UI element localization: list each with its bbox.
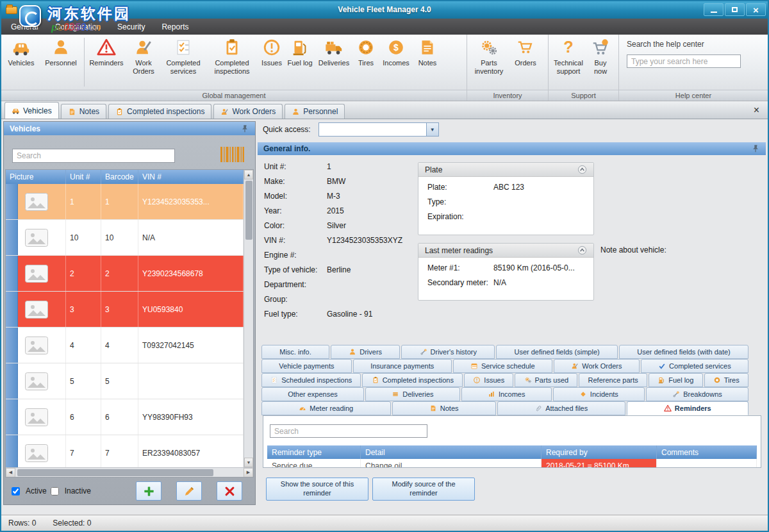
menu-security[interactable]: Security [109, 19, 153, 35]
delete-vehicle-button[interactable] [217, 481, 242, 501]
ribbon-item-work-orders[interactable]: Work Orders [126, 35, 161, 77]
tab-parts-used[interactable]: Parts used [515, 373, 577, 387]
modify-reminder-source-button[interactable]: Modify source of the reminder [372, 478, 475, 501]
add-vehicle-button[interactable] [136, 481, 161, 501]
table-row[interactable]: 6 6 YY98390FH93 [6, 399, 244, 435]
row-selector[interactable] [6, 292, 18, 327]
ribbon-item-completed-inspections[interactable]: Completed inspections [206, 35, 258, 77]
ribbon-item-tires[interactable]: Tires [353, 35, 379, 69]
tab-service-schedule[interactable]: Service schedule [453, 359, 552, 373]
ribbon-item-completed-services[interactable]: Completed services [161, 35, 206, 77]
row-selector[interactable] [6, 220, 18, 255]
horizontal-scrollbar[interactable]: ◀ ▶ [6, 467, 253, 477]
ribbon-item-technical-support[interactable]: Technical support [550, 35, 587, 77]
tab-tires[interactable]: Tires [704, 373, 748, 387]
table-row[interactable]: 4 4 T09327042145 [6, 328, 244, 363]
menu-general[interactable]: General [3, 19, 47, 35]
tab-user-defined-date[interactable]: User defined fields (with date) [619, 345, 748, 359]
tab-drivers-history[interactable]: Driver's history [401, 345, 495, 359]
tab-fuel-log[interactable]: Fuel log [649, 373, 703, 387]
table-row[interactable]: 1 1 Y1234523035353... [6, 184, 244, 220]
collapse-icon[interactable] [577, 165, 587, 174]
inactive-checkbox[interactable] [51, 487, 59, 495]
ribbon-item-parts-inventory[interactable]: Parts inventory [468, 35, 509, 77]
collapse-icon[interactable] [577, 245, 587, 255]
column-header-barcode[interactable]: Barcode [101, 170, 138, 184]
barcode-icon[interactable] [219, 145, 245, 164]
row-selector[interactable] [6, 435, 18, 467]
column-header-reminder-type[interactable]: Reminder type [267, 445, 361, 459]
pin-icon[interactable] [240, 124, 249, 133]
row-selector[interactable] [6, 363, 18, 399]
ribbon-item-reminders[interactable]: Reminders [87, 35, 126, 69]
tab-reminders[interactable]: Reminders [627, 401, 748, 415]
ribbon-item-notes[interactable]: Notes [413, 35, 442, 69]
tab-incomes[interactable]: Incomes [461, 387, 552, 401]
reminders-search-input[interactable] [270, 424, 427, 438]
tab-reference-parts[interactable]: Reference parts [579, 373, 647, 387]
tab-completed-services[interactable]: Completed services [641, 359, 748, 373]
tab-notes[interactable]: Notes [392, 401, 496, 415]
table-row[interactable]: 3 3 YU0593840 [6, 292, 244, 328]
tab-incidents[interactable]: Incidents [553, 387, 645, 401]
ribbon-item-personnel[interactable]: Personnel [40, 35, 82, 69]
tab-vehicle-payments[interactable]: Vehicle payments [261, 359, 352, 373]
scrollbar-thumb[interactable] [17, 469, 213, 476]
column-header-comments[interactable]: Comments [657, 445, 757, 459]
scroll-down-arrow[interactable]: ▼ [244, 458, 253, 467]
tab-issues[interactable]: Issues [464, 373, 513, 387]
tab-insurance-payments[interactable]: Insurance payments [353, 359, 452, 373]
tab-other-expenses[interactable]: Other expenses [261, 387, 364, 401]
vehicles-search-input[interactable] [12, 149, 175, 163]
column-header-detail[interactable]: Detail [361, 445, 542, 459]
tab-work-orders[interactable]: Work Orders [554, 359, 640, 373]
table-row[interactable]: 5 5 [6, 363, 244, 399]
table-row[interactable]: 10 10 N/A [6, 220, 244, 256]
row-selector[interactable] [6, 328, 18, 363]
tab-user-defined-simple[interactable]: User defined fields (simple) [496, 345, 618, 359]
pin-icon[interactable] [751, 144, 760, 153]
row-selector[interactable] [6, 184, 18, 219]
maximize-button[interactable] [725, 3, 745, 16]
help-search-input[interactable] [627, 54, 741, 68]
tab-vehicles[interactable]: Vehicles [4, 102, 59, 119]
tab-deliveries[interactable]: Deliveries [365, 387, 460, 401]
tab-completed-inspections[interactable]: Completed inspections [362, 373, 463, 387]
tab-breakdowns[interactable]: Breakdowns [646, 387, 748, 401]
tab-meter-reading[interactable]: Meter reading [261, 401, 391, 415]
menu-configuration[interactable]: Configuration [47, 19, 109, 35]
scroll-up-arrow[interactable]: ▲ [244, 170, 253, 179]
scrollbar-thumb[interactable] [245, 181, 252, 240]
tab-scheduled-inspections[interactable]: Scheduled inspections [261, 373, 361, 387]
table-row[interactable]: 7 7 ER23394083057 [6, 435, 244, 467]
edit-vehicle-button[interactable] [176, 481, 202, 501]
ribbon-item-incomes[interactable]: Incomes [379, 35, 413, 69]
tab-close-button[interactable]: × [748, 104, 765, 116]
chevron-down-icon[interactable]: ▼ [426, 123, 438, 136]
ribbon-item-deliveries[interactable]: Deliveries [315, 35, 353, 69]
tab-attached-files[interactable]: Attached files [497, 401, 625, 415]
ribbon-item-buy-now[interactable]: Buy now [587, 35, 614, 77]
column-header-vin[interactable]: VIN # [138, 170, 244, 184]
show-reminder-source-button[interactable]: Show the source of this reminder [266, 478, 368, 501]
minimize-button[interactable] [704, 3, 724, 16]
column-header-picture[interactable]: Picture [6, 170, 66, 184]
ribbon-item-fuel-log[interactable]: Fuel log [285, 35, 315, 69]
column-header-required-by[interactable]: Required by [542, 445, 657, 459]
quick-access-dropdown[interactable]: ▼ [318, 122, 439, 137]
scroll-left-arrow[interactable]: ◀ [6, 468, 15, 478]
row-selector[interactable] [6, 399, 18, 435]
close-button[interactable]: × [746, 3, 766, 16]
tab-work-orders[interactable]: Work Orders [213, 104, 283, 119]
ribbon-item-orders[interactable]: Orders [509, 35, 542, 69]
column-header-unit[interactable]: Unit # [66, 170, 101, 184]
tab-personnel[interactable]: Personnel [285, 104, 345, 119]
tab-drivers[interactable]: Drivers [331, 345, 400, 359]
ribbon-item-issues[interactable]: Issues [258, 35, 285, 69]
tab-misc-info[interactable]: Misc. info. [261, 345, 329, 359]
row-selector[interactable] [6, 256, 18, 291]
tab-notes[interactable]: Notes [61, 104, 106, 119]
ribbon-item-vehicles[interactable]: Vehicles [3, 35, 40, 69]
reminder-row[interactable]: Service due Change oil 2018-05-21 = 8510… [267, 459, 757, 468]
scroll-right-arrow[interactable]: ▶ [244, 468, 253, 478]
